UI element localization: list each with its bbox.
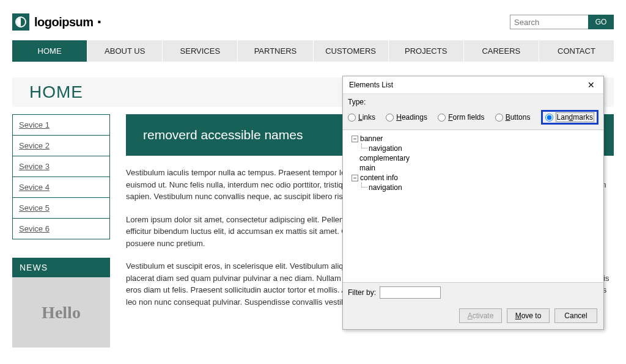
radio-landmarks-label-post: marks — [573, 113, 593, 122]
sidebar-item-service-3[interactable]: Sevice 3 — [13, 156, 109, 177]
tree-item-complementary[interactable]: complementary — [359, 154, 410, 162]
search-input[interactable] — [510, 15, 588, 29]
type-section: Type: Links Headings Form fields Buttons… — [343, 94, 603, 130]
nav-item-projects[interactable]: PROJECTS — [389, 40, 464, 62]
nav-item-about[interactable]: ABOUT US — [87, 40, 163, 62]
radio-headings-input[interactable] — [386, 114, 394, 122]
collapse-icon-2[interactable]: − — [352, 175, 358, 181]
radio-formfields-input[interactable] — [438, 114, 446, 122]
sidebar-item-service-2[interactable]: Sevice 2 — [13, 136, 109, 156]
landmark-tree[interactable]: − banner navigation complementary main −… — [343, 130, 603, 283]
nav-item-contact[interactable]: CONTACT — [539, 40, 614, 62]
sidebar: Sevice 1 Sevice 2 Sevice 3 Sevice 4 Sevi… — [12, 114, 110, 348]
radio-links[interactable]: Links — [348, 113, 375, 122]
radio-buttons[interactable]: Buttons — [495, 113, 531, 122]
news-header: NEWS — [12, 258, 110, 277]
brand-name: logoipsum — [34, 15, 94, 29]
move-to-button[interactable]: Move to — [507, 308, 550, 323]
nav-item-services[interactable]: SERVICES — [163, 40, 238, 62]
radio-buttons-input[interactable] — [495, 114, 503, 122]
dialog-button-bar: Activate Move to Cancel — [343, 302, 603, 329]
tree-item-contentinfo[interactable]: content info — [360, 173, 398, 182]
page-title: HOME — [29, 82, 83, 102]
close-icon[interactable]: ✕ — [585, 80, 597, 90]
filter-label: Filter by: — [348, 288, 376, 297]
header-bar: logoipsum· GO — [0, 0, 626, 40]
logo-dot: · — [97, 18, 101, 26]
radio-row: Links Headings Form fields Buttons Landm… — [348, 110, 598, 125]
sidebar-item-service-5[interactable]: Sevice 5 — [13, 198, 109, 219]
filter-input[interactable] — [380, 286, 441, 299]
type-label: Type: — [348, 98, 598, 106]
nav-item-home[interactable]: HOME — [12, 40, 87, 62]
collapse-icon[interactable]: − — [352, 136, 358, 142]
sidebar-item-service-1[interactable]: Sevice 1 — [13, 115, 109, 136]
elements-list-dialog: Elements List ✕ Type: Links Headings For… — [342, 76, 604, 330]
cancel-button[interactable]: Cancel — [554, 308, 597, 323]
radio-links-label: inks — [363, 113, 375, 122]
radio-headings[interactable]: Headings — [386, 113, 427, 122]
nav-item-partners[interactable]: PARTNERS — [238, 40, 313, 62]
radio-landmarks-label-pre: Lan — [557, 113, 569, 122]
radio-buttons-label: uttons — [510, 113, 531, 122]
activate-button: Activate — [459, 308, 502, 323]
radio-landmarks-input[interactable] — [545, 114, 553, 122]
tree-item-navigation-1[interactable]: navigation — [369, 144, 402, 153]
search-wrap: GO — [510, 15, 614, 29]
radio-headings-label: eadings — [402, 113, 427, 122]
search-go-button[interactable]: GO — [588, 15, 614, 29]
radio-links-input[interactable] — [348, 114, 356, 122]
radio-form-fields[interactable]: Form fields — [438, 113, 484, 122]
news-image-placeholder: Hello — [12, 277, 110, 348]
primary-nav: HOME ABOUT US SERVICES PARTNERS CUSTOMER… — [12, 40, 614, 62]
dialog-title-text: Elements List — [349, 81, 393, 89]
tree-item-navigation-2[interactable]: navigation — [369, 183, 402, 192]
nav-item-careers[interactable]: CAREERS — [464, 40, 539, 62]
tree-item-banner[interactable]: banner — [360, 134, 383, 143]
sidebar-item-service-4[interactable]: Sevice 4 — [13, 177, 109, 198]
services-box: Sevice 1 Sevice 2 Sevice 3 Sevice 4 Sevi… — [12, 114, 110, 239]
radio-formfields-label: orm fields — [452, 113, 484, 122]
logo-icon — [12, 13, 29, 31]
brand-logo: logoipsum· — [12, 13, 101, 31]
tree-item-main[interactable]: main — [359, 164, 375, 172]
dialog-titlebar: Elements List ✕ — [343, 76, 603, 94]
nav-item-customers[interactable]: CUSTOMERS — [314, 40, 389, 62]
radio-landmarks[interactable]: Landmarks — [541, 110, 598, 125]
sidebar-item-service-6[interactable]: Sevice 6 — [13, 219, 109, 239]
filter-bar: Filter by: — [343, 283, 603, 302]
